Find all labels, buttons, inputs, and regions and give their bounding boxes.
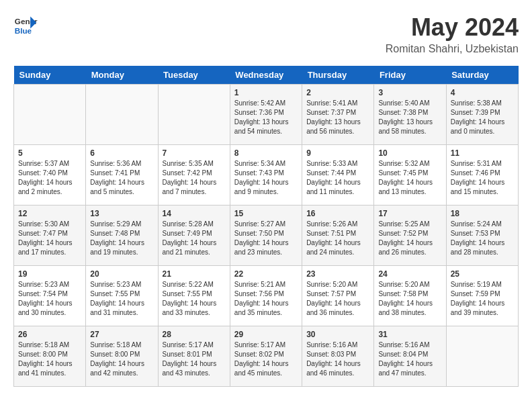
day-number: 29: [234, 330, 298, 339]
day-number: 18: [451, 209, 514, 218]
day-number: 30: [306, 330, 369, 339]
day-number: 26: [18, 330, 81, 339]
day-info: Sunrise: 5:17 AM Sunset: 8:02 PM Dayligh…: [234, 340, 298, 378]
day-info: Sunrise: 5:19 AM Sunset: 7:59 PM Dayligh…: [451, 280, 514, 318]
day-number: 6: [90, 148, 153, 158]
day-cell-24: 24Sunrise: 5:20 AM Sunset: 7:58 PM Dayli…: [374, 266, 446, 326]
day-info: Sunrise: 5:37 AM Sunset: 7:40 PM Dayligh…: [18, 159, 81, 197]
day-number: 25: [451, 269, 514, 279]
day-number: 16: [306, 209, 369, 218]
title-section: May 2024 Romitan Shahri, Uzbekistan: [386, 13, 519, 55]
day-cell-2: 2Sunrise: 5:41 AM Sunset: 7:37 PM Daylig…: [302, 85, 374, 145]
day-info: Sunrise: 5:21 AM Sunset: 7:56 PM Dayligh…: [234, 280, 298, 318]
day-cell-31: 31Sunrise: 5:16 AM Sunset: 8:04 PM Dayli…: [374, 326, 446, 387]
day-cell-11: 11Sunrise: 5:31 AM Sunset: 7:46 PM Dayli…: [446, 145, 518, 205]
day-cell-16: 16Sunrise: 5:26 AM Sunset: 7:51 PM Dayli…: [302, 205, 374, 266]
day-number: 31: [378, 330, 441, 339]
day-info: Sunrise: 5:27 AM Sunset: 7:50 PM Dayligh…: [234, 220, 298, 257]
day-info: Sunrise: 5:23 AM Sunset: 7:54 PM Dayligh…: [18, 280, 81, 318]
day-cell-19: 19Sunrise: 5:23 AM Sunset: 7:54 PM Dayli…: [14, 266, 86, 326]
week-row-2: 5Sunrise: 5:37 AM Sunset: 7:40 PM Daylig…: [14, 145, 519, 205]
day-info: Sunrise: 5:28 AM Sunset: 7:49 PM Dayligh…: [163, 220, 226, 257]
page-header: General Blue May 2024 Romitan Shahri, Uz…: [13, 13, 519, 55]
header-day-tuesday: Tuesday: [158, 66, 230, 85]
day-info: Sunrise: 5:22 AM Sunset: 7:55 PM Dayligh…: [163, 280, 226, 318]
day-cell-21: 21Sunrise: 5:22 AM Sunset: 7:55 PM Dayli…: [158, 266, 230, 326]
day-cell-6: 6Sunrise: 5:36 AM Sunset: 7:41 PM Daylig…: [86, 145, 158, 205]
day-cell-7: 7Sunrise: 5:35 AM Sunset: 7:42 PM Daylig…: [158, 145, 230, 205]
day-info: Sunrise: 5:30 AM Sunset: 7:47 PM Dayligh…: [18, 220, 81, 257]
svg-text:Blue: Blue: [15, 26, 32, 35]
empty-cell: [446, 326, 518, 387]
day-info: Sunrise: 5:32 AM Sunset: 7:45 PM Dayligh…: [378, 159, 441, 197]
day-info: Sunrise: 5:17 AM Sunset: 8:01 PM Dayligh…: [163, 340, 226, 378]
day-number: 4: [451, 88, 514, 97]
day-info: Sunrise: 5:20 AM Sunset: 7:58 PM Dayligh…: [378, 280, 441, 318]
header-day-thursday: Thursday: [302, 66, 374, 85]
location-title: Romitan Shahri, Uzbekistan: [386, 43, 519, 55]
day-info: Sunrise: 5:24 AM Sunset: 7:53 PM Dayligh…: [451, 220, 514, 257]
day-info: Sunrise: 5:18 AM Sunset: 8:00 PM Dayligh…: [18, 340, 81, 378]
day-number: 17: [378, 209, 441, 218]
day-info: Sunrise: 5:31 AM Sunset: 7:46 PM Dayligh…: [451, 159, 514, 197]
day-info: Sunrise: 5:38 AM Sunset: 7:39 PM Dayligh…: [451, 99, 514, 136]
day-cell-28: 28Sunrise: 5:17 AM Sunset: 8:01 PM Dayli…: [158, 326, 230, 387]
header-day-wednesday: Wednesday: [230, 66, 302, 85]
day-number: 5: [18, 148, 81, 158]
day-info: Sunrise: 5:26 AM Sunset: 7:51 PM Dayligh…: [306, 220, 369, 257]
day-info: Sunrise: 5:29 AM Sunset: 7:48 PM Dayligh…: [90, 220, 153, 257]
day-number: 28: [163, 330, 226, 339]
day-number: 14: [163, 209, 226, 218]
day-number: 15: [234, 209, 298, 218]
day-info: Sunrise: 5:34 AM Sunset: 7:43 PM Dayligh…: [234, 159, 298, 197]
month-title: May 2024: [386, 13, 519, 42]
logo: General Blue: [13, 13, 38, 38]
day-cell-1: 1Sunrise: 5:42 AM Sunset: 7:36 PM Daylig…: [230, 85, 302, 145]
day-cell-23: 23Sunrise: 5:20 AM Sunset: 7:57 PM Dayli…: [302, 266, 374, 326]
day-cell-27: 27Sunrise: 5:18 AM Sunset: 8:00 PM Dayli…: [86, 326, 158, 387]
day-cell-4: 4Sunrise: 5:38 AM Sunset: 7:39 PM Daylig…: [446, 85, 518, 145]
header-day-friday: Friday: [374, 66, 446, 85]
empty-cell: [158, 85, 230, 145]
week-row-5: 26Sunrise: 5:18 AM Sunset: 8:00 PM Dayli…: [14, 326, 519, 387]
empty-cell: [14, 85, 86, 145]
day-info: Sunrise: 5:33 AM Sunset: 7:44 PM Dayligh…: [306, 159, 369, 197]
week-row-3: 12Sunrise: 5:30 AM Sunset: 7:47 PM Dayli…: [14, 205, 519, 266]
day-number: 11: [451, 148, 514, 158]
day-number: 27: [90, 330, 153, 339]
day-info: Sunrise: 5:23 AM Sunset: 7:55 PM Dayligh…: [90, 280, 153, 318]
calendar-header: SundayMondayTuesdayWednesdayThursdayFrid…: [14, 66, 519, 85]
day-cell-9: 9Sunrise: 5:33 AM Sunset: 7:44 PM Daylig…: [302, 145, 374, 205]
day-cell-17: 17Sunrise: 5:25 AM Sunset: 7:52 PM Dayli…: [374, 205, 446, 266]
day-number: 10: [378, 148, 441, 158]
day-info: Sunrise: 5:16 AM Sunset: 8:03 PM Dayligh…: [306, 340, 369, 378]
day-number: 9: [306, 148, 369, 158]
day-cell-5: 5Sunrise: 5:37 AM Sunset: 7:40 PM Daylig…: [14, 145, 86, 205]
day-info: Sunrise: 5:36 AM Sunset: 7:41 PM Dayligh…: [90, 159, 153, 197]
day-info: Sunrise: 5:35 AM Sunset: 7:42 PM Dayligh…: [163, 159, 226, 197]
header-row: SundayMondayTuesdayWednesdayThursdayFrid…: [14, 66, 519, 85]
day-number: 21: [163, 269, 226, 279]
day-info: Sunrise: 5:20 AM Sunset: 7:57 PM Dayligh…: [306, 280, 369, 318]
day-info: Sunrise: 5:42 AM Sunset: 7:36 PM Dayligh…: [234, 99, 298, 136]
day-info: Sunrise: 5:18 AM Sunset: 8:00 PM Dayligh…: [90, 340, 153, 378]
day-cell-13: 13Sunrise: 5:29 AM Sunset: 7:48 PM Dayli…: [86, 205, 158, 266]
day-cell-25: 25Sunrise: 5:19 AM Sunset: 7:59 PM Dayli…: [446, 266, 518, 326]
header-day-saturday: Saturday: [446, 66, 518, 85]
day-cell-20: 20Sunrise: 5:23 AM Sunset: 7:55 PM Dayli…: [86, 266, 158, 326]
week-row-1: 1Sunrise: 5:42 AM Sunset: 7:36 PM Daylig…: [14, 85, 519, 145]
header-day-sunday: Sunday: [14, 66, 86, 85]
day-number: 13: [90, 209, 153, 218]
day-info: Sunrise: 5:25 AM Sunset: 7:52 PM Dayligh…: [378, 220, 441, 257]
day-cell-18: 18Sunrise: 5:24 AM Sunset: 7:53 PM Dayli…: [446, 205, 518, 266]
day-number: 24: [378, 269, 441, 279]
day-cell-22: 22Sunrise: 5:21 AM Sunset: 7:56 PM Dayli…: [230, 266, 302, 326]
week-row-4: 19Sunrise: 5:23 AM Sunset: 7:54 PM Dayli…: [14, 266, 519, 326]
day-number: 8: [234, 148, 298, 158]
day-cell-26: 26Sunrise: 5:18 AM Sunset: 8:00 PM Dayli…: [14, 326, 86, 387]
calendar-table: SundayMondayTuesdayWednesdayThursdayFrid…: [13, 66, 519, 387]
header-day-monday: Monday: [86, 66, 158, 85]
empty-cell: [86, 85, 158, 145]
day-info: Sunrise: 5:40 AM Sunset: 7:38 PM Dayligh…: [378, 99, 441, 136]
day-number: 22: [234, 269, 298, 279]
